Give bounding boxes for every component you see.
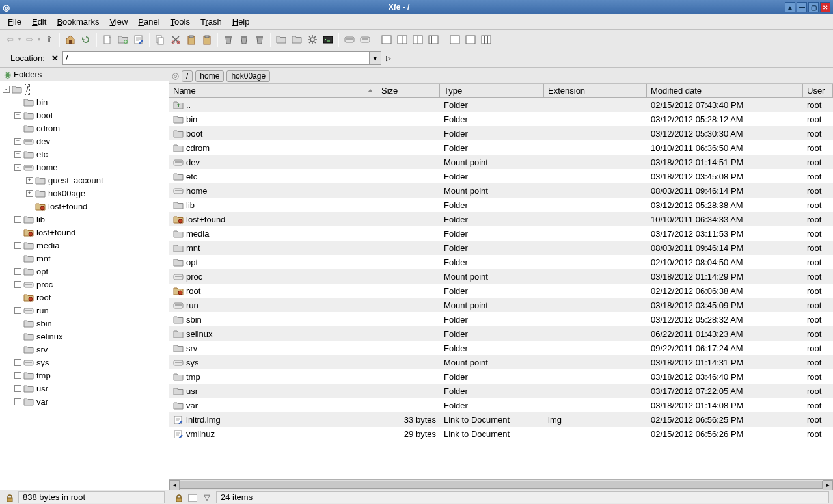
terminal-button[interactable] [321,33,335,47]
scroll-thumb[interactable] [180,481,823,489]
tree-item-root[interactable]: root [0,291,169,304]
file-row[interactable]: varFolder03/18/2012 01:14:08 PMroot [169,398,833,412]
minimize-button[interactable]: — [797,2,807,12]
file-row[interactable]: mediaFolder03/17/2012 03:11:53 PMroot [169,226,833,241]
tree-item-lostfound[interactable]: lost+found [0,200,169,213]
tree-item-etc[interactable]: +etc [0,148,169,161]
menu-help[interactable]: Help [227,16,255,28]
tree-item-bin[interactable]: bin [0,96,169,109]
crumb-user[interactable]: hok00age [226,70,270,82]
file-row[interactable]: srvFolder09/22/2011 06:17:24 AMroot [169,341,833,355]
detailed-list-button[interactable] [479,33,493,47]
tree-item-run[interactable]: +run [0,304,169,317]
tree-two-panels-button[interactable] [426,33,441,47]
tree-item-cdrom[interactable]: cdrom [0,122,169,135]
tree-item-opt[interactable]: +opt [0,265,169,278]
clear-location-button[interactable]: ✕ [50,53,60,63]
tree-item-guestaccount[interactable]: +guest_account [0,174,169,187]
file-row[interactable]: libFolder03/12/2012 05:28:38 AMroot [169,198,833,212]
tree-item-var[interactable]: +var [0,395,169,408]
file-row[interactable]: selinuxFolder06/22/2011 01:43:23 AMroot [169,326,833,341]
file-row[interactable]: tmpFolder03/18/2012 03:46:40 PMroot [169,369,833,384]
file-row[interactable]: etcFolder03/18/2012 03:45:08 PMroot [169,169,833,183]
col-size[interactable]: Size [377,84,440,97]
run-button[interactable] [305,33,320,47]
up-button[interactable]: ⇧ [42,33,56,47]
tree-item-[interactable]: -/ [0,83,169,96]
location-dropdown-button[interactable]: ▼ [370,51,381,65]
file-row[interactable]: ..Folder02/15/2012 07:43:40 PMroot [169,98,833,112]
menu-edit[interactable]: Edit [27,16,51,28]
maximize-button[interactable]: ▢ [808,2,819,12]
crumb-root[interactable]: / [182,70,193,82]
tree-item-hok00age[interactable]: +hok00age [0,187,169,200]
thumbnails-icon[interactable] [187,492,198,503]
copy-button[interactable] [153,33,167,47]
file-row[interactable]: homeMount point08/03/2011 09:46:14 PMroo… [169,183,833,198]
new-folder-button[interactable] [116,33,130,47]
properties-button[interactable] [200,33,214,47]
back-button[interactable]: ⇦ [3,33,17,47]
tree-item-proc[interactable]: +proc [0,278,169,291]
file-row[interactable]: cdromFolder10/10/2011 06:36:50 AMroot [169,140,833,155]
location-input[interactable] [62,51,370,65]
file-row[interactable]: lost+foundFolder10/10/2011 06:34:33 AMro… [169,212,833,226]
new-file-button[interactable] [100,33,115,47]
tree-item-srv[interactable]: srv [0,343,169,356]
file-row[interactable]: usrFolder03/17/2012 07:22:05 AMroot [169,384,833,398]
tree-item-usr[interactable]: +usr [0,382,169,395]
col-name[interactable]: Name [169,84,377,97]
menu-trash[interactable]: Trash [195,16,227,28]
file-row[interactable]: initrd.img33 bytesLink to Documentimg02/… [169,412,833,427]
menu-panel[interactable]: Panel [133,16,165,28]
tree-item-lostfound[interactable]: lost+found [0,226,169,239]
file-row[interactable]: binFolder03/12/2012 05:28:12 AMroot [169,112,833,126]
horizontal-scrollbar[interactable]: ◂ ▸ [169,479,833,490]
close-button[interactable]: ✕ [820,2,830,12]
file-row[interactable]: bootFolder03/12/2012 05:30:30 AMroot [169,126,833,140]
file-row[interactable]: sbinFolder03/12/2012 05:28:32 AMroot [169,312,833,326]
tree-item-dev[interactable]: +dev [0,135,169,148]
go-button[interactable]: ▷ [384,54,393,62]
tree-item-mnt[interactable]: mnt [0,252,169,265]
delete-button[interactable] [253,33,267,47]
file-row[interactable]: mntFolder08/03/2011 09:46:14 PMroot [169,241,833,255]
extract-button[interactable] [290,33,304,47]
col-ext[interactable]: Extension [544,84,647,97]
new-symlink-button[interactable] [131,33,146,47]
home-button[interactable] [63,33,77,47]
menu-tools[interactable]: Tools [165,16,195,28]
tree-panel-button[interactable] [395,33,409,47]
tree-item-sys[interactable]: +sys [0,356,169,369]
mount-button[interactable] [358,33,372,47]
one-panel-button[interactable] [379,33,394,47]
file-row[interactable]: optFolder02/10/2012 08:04:50 AMroot [169,255,833,269]
tree-item-tmp[interactable]: +tmp [0,369,169,382]
tree-item-sbin[interactable]: sbin [0,317,169,330]
tree-item-selinux[interactable]: selinux [0,330,169,343]
col-type[interactable]: Type [440,84,544,97]
rollup-button[interactable]: ▲ [785,2,795,12]
tree-item-home[interactable]: -home [0,161,169,174]
forward-button[interactable]: ⇨ [22,33,36,47]
file-row[interactable]: rootFolder02/12/2012 06:06:38 AMroot [169,284,833,298]
menu-bookmarks[interactable]: Bookmarks [51,16,104,28]
tree-item-lib[interactable]: +lib [0,213,169,226]
file-row[interactable]: sysMount point03/18/2012 01:14:31 PMroot [169,355,833,369]
scroll-right-button[interactable]: ▸ [823,480,833,490]
col-mod[interactable]: Modified date [647,84,803,97]
tree-item-media[interactable]: +media [0,239,169,252]
file-row[interactable]: runMount point03/18/2012 03:45:09 PMroot [169,298,833,312]
tree-item-boot[interactable]: +boot [0,109,169,122]
cut-button[interactable] [169,33,183,47]
two-panels-button[interactable] [411,33,425,47]
restore-button[interactable] [237,33,251,47]
archive-button[interactable] [274,33,288,47]
filter-icon[interactable]: ▽ [202,492,212,503]
paste-button[interactable] [184,33,198,47]
search-button[interactable] [342,33,357,47]
trash-button[interactable] [221,33,236,47]
col-user[interactable]: User [803,84,833,97]
small-icons-button[interactable] [463,33,478,47]
file-row[interactable]: vmlinuz29 bytesLink to Document02/15/201… [169,427,833,441]
